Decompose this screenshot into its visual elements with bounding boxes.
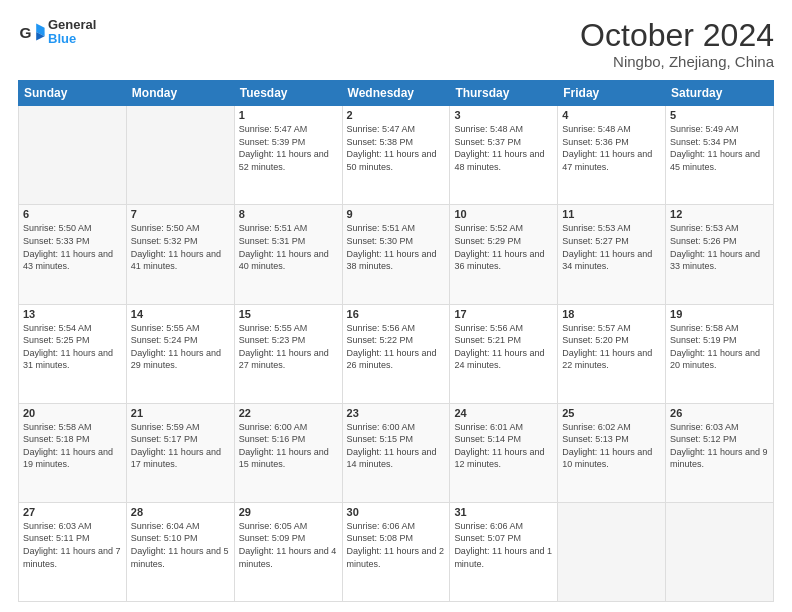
calendar-week-row: 13Sunrise: 5:54 AMSunset: 5:25 PMDayligh… [19, 304, 774, 403]
calendar-cell: 8Sunrise: 5:51 AMSunset: 5:31 PMDaylight… [234, 205, 342, 304]
logo-text-general: General [48, 18, 96, 32]
day-number: 10 [454, 208, 553, 220]
day-number: 13 [23, 308, 122, 320]
day-info: Sunrise: 5:51 AMSunset: 5:31 PMDaylight:… [239, 222, 338, 272]
calendar-cell: 22Sunrise: 6:00 AMSunset: 5:16 PMDayligh… [234, 403, 342, 502]
calendar-cell: 9Sunrise: 5:51 AMSunset: 5:30 PMDaylight… [342, 205, 450, 304]
day-info: Sunrise: 6:06 AMSunset: 5:07 PMDaylight:… [454, 520, 553, 570]
day-number: 16 [347, 308, 446, 320]
calendar-cell: 19Sunrise: 5:58 AMSunset: 5:19 PMDayligh… [666, 304, 774, 403]
day-info: Sunrise: 5:53 AMSunset: 5:27 PMDaylight:… [562, 222, 661, 272]
calendar-cell: 23Sunrise: 6:00 AMSunset: 5:15 PMDayligh… [342, 403, 450, 502]
day-info: Sunrise: 5:48 AMSunset: 5:37 PMDaylight:… [454, 123, 553, 173]
day-info: Sunrise: 6:05 AMSunset: 5:09 PMDaylight:… [239, 520, 338, 570]
day-info: Sunrise: 6:01 AMSunset: 5:14 PMDaylight:… [454, 421, 553, 471]
location-subtitle: Ningbo, Zhejiang, China [580, 53, 774, 70]
day-info: Sunrise: 6:00 AMSunset: 5:15 PMDaylight:… [347, 421, 446, 471]
weekday-header: Thursday [450, 81, 558, 106]
day-number: 5 [670, 109, 769, 121]
day-info: Sunrise: 6:06 AMSunset: 5:08 PMDaylight:… [347, 520, 446, 570]
day-number: 1 [239, 109, 338, 121]
day-info: Sunrise: 5:47 AMSunset: 5:38 PMDaylight:… [347, 123, 446, 173]
svg-text:G: G [19, 24, 31, 41]
weekday-header: Sunday [19, 81, 127, 106]
weekday-header: Monday [126, 81, 234, 106]
day-info: Sunrise: 5:58 AMSunset: 5:18 PMDaylight:… [23, 421, 122, 471]
calendar-cell: 7Sunrise: 5:50 AMSunset: 5:32 PMDaylight… [126, 205, 234, 304]
day-number: 14 [131, 308, 230, 320]
calendar-week-row: 20Sunrise: 5:58 AMSunset: 5:18 PMDayligh… [19, 403, 774, 502]
day-info: Sunrise: 5:52 AMSunset: 5:29 PMDaylight:… [454, 222, 553, 272]
day-number: 24 [454, 407, 553, 419]
calendar-cell: 25Sunrise: 6:02 AMSunset: 5:13 PMDayligh… [558, 403, 666, 502]
weekday-header-row: SundayMondayTuesdayWednesdayThursdayFrid… [19, 81, 774, 106]
day-info: Sunrise: 5:51 AMSunset: 5:30 PMDaylight:… [347, 222, 446, 272]
day-info: Sunrise: 5:49 AMSunset: 5:34 PMDaylight:… [670, 123, 769, 173]
page-header: G General Blue October 2024 Ningbo, Zhej… [18, 18, 774, 70]
calendar-cell: 6Sunrise: 5:50 AMSunset: 5:33 PMDaylight… [19, 205, 127, 304]
month-title: October 2024 [580, 18, 774, 53]
calendar-cell: 28Sunrise: 6:04 AMSunset: 5:10 PMDayligh… [126, 502, 234, 601]
day-info: Sunrise: 5:50 AMSunset: 5:33 PMDaylight:… [23, 222, 122, 272]
day-number: 3 [454, 109, 553, 121]
day-number: 27 [23, 506, 122, 518]
calendar-cell: 31Sunrise: 6:06 AMSunset: 5:07 PMDayligh… [450, 502, 558, 601]
day-info: Sunrise: 5:54 AMSunset: 5:25 PMDaylight:… [23, 322, 122, 372]
day-number: 18 [562, 308, 661, 320]
day-number: 7 [131, 208, 230, 220]
day-number: 19 [670, 308, 769, 320]
day-number: 30 [347, 506, 446, 518]
calendar-cell: 10Sunrise: 5:52 AMSunset: 5:29 PMDayligh… [450, 205, 558, 304]
calendar-cell: 26Sunrise: 6:03 AMSunset: 5:12 PMDayligh… [666, 403, 774, 502]
calendar-week-row: 1Sunrise: 5:47 AMSunset: 5:39 PMDaylight… [19, 106, 774, 205]
day-number: 20 [23, 407, 122, 419]
day-number: 2 [347, 109, 446, 121]
calendar-cell: 3Sunrise: 5:48 AMSunset: 5:37 PMDaylight… [450, 106, 558, 205]
calendar-cell: 16Sunrise: 5:56 AMSunset: 5:22 PMDayligh… [342, 304, 450, 403]
day-info: Sunrise: 5:55 AMSunset: 5:23 PMDaylight:… [239, 322, 338, 372]
calendar-cell [558, 502, 666, 601]
calendar-cell [126, 106, 234, 205]
logo-icon: G [18, 18, 46, 46]
day-info: Sunrise: 5:48 AMSunset: 5:36 PMDaylight:… [562, 123, 661, 173]
day-info: Sunrise: 5:53 AMSunset: 5:26 PMDaylight:… [670, 222, 769, 272]
calendar-cell: 12Sunrise: 5:53 AMSunset: 5:26 PMDayligh… [666, 205, 774, 304]
calendar-cell: 11Sunrise: 5:53 AMSunset: 5:27 PMDayligh… [558, 205, 666, 304]
day-number: 31 [454, 506, 553, 518]
day-info: Sunrise: 5:55 AMSunset: 5:24 PMDaylight:… [131, 322, 230, 372]
calendar-cell: 27Sunrise: 6:03 AMSunset: 5:11 PMDayligh… [19, 502, 127, 601]
calendar-cell: 21Sunrise: 5:59 AMSunset: 5:17 PMDayligh… [126, 403, 234, 502]
day-info: Sunrise: 5:56 AMSunset: 5:22 PMDaylight:… [347, 322, 446, 372]
day-info: Sunrise: 6:03 AMSunset: 5:11 PMDaylight:… [23, 520, 122, 570]
day-info: Sunrise: 5:50 AMSunset: 5:32 PMDaylight:… [131, 222, 230, 272]
day-number: 6 [23, 208, 122, 220]
logo: G General Blue [18, 18, 96, 47]
day-number: 26 [670, 407, 769, 419]
day-number: 8 [239, 208, 338, 220]
day-number: 9 [347, 208, 446, 220]
calendar-cell: 14Sunrise: 5:55 AMSunset: 5:24 PMDayligh… [126, 304, 234, 403]
calendar-cell: 13Sunrise: 5:54 AMSunset: 5:25 PMDayligh… [19, 304, 127, 403]
calendar-cell: 5Sunrise: 5:49 AMSunset: 5:34 PMDaylight… [666, 106, 774, 205]
calendar-week-row: 27Sunrise: 6:03 AMSunset: 5:11 PMDayligh… [19, 502, 774, 601]
day-info: Sunrise: 5:58 AMSunset: 5:19 PMDaylight:… [670, 322, 769, 372]
day-number: 29 [239, 506, 338, 518]
weekday-header: Tuesday [234, 81, 342, 106]
logo-text-blue: Blue [48, 32, 96, 46]
calendar-cell: 4Sunrise: 5:48 AMSunset: 5:36 PMDaylight… [558, 106, 666, 205]
day-number: 28 [131, 506, 230, 518]
day-number: 22 [239, 407, 338, 419]
calendar-cell: 18Sunrise: 5:57 AMSunset: 5:20 PMDayligh… [558, 304, 666, 403]
calendar-table: SundayMondayTuesdayWednesdayThursdayFrid… [18, 80, 774, 602]
day-number: 17 [454, 308, 553, 320]
calendar-cell: 15Sunrise: 5:55 AMSunset: 5:23 PMDayligh… [234, 304, 342, 403]
day-number: 12 [670, 208, 769, 220]
calendar-cell: 17Sunrise: 5:56 AMSunset: 5:21 PMDayligh… [450, 304, 558, 403]
title-block: October 2024 Ningbo, Zhejiang, China [580, 18, 774, 70]
calendar-week-row: 6Sunrise: 5:50 AMSunset: 5:33 PMDaylight… [19, 205, 774, 304]
weekday-header: Friday [558, 81, 666, 106]
calendar-cell: 20Sunrise: 5:58 AMSunset: 5:18 PMDayligh… [19, 403, 127, 502]
day-info: Sunrise: 6:00 AMSunset: 5:16 PMDaylight:… [239, 421, 338, 471]
day-number: 25 [562, 407, 661, 419]
day-info: Sunrise: 5:47 AMSunset: 5:39 PMDaylight:… [239, 123, 338, 173]
